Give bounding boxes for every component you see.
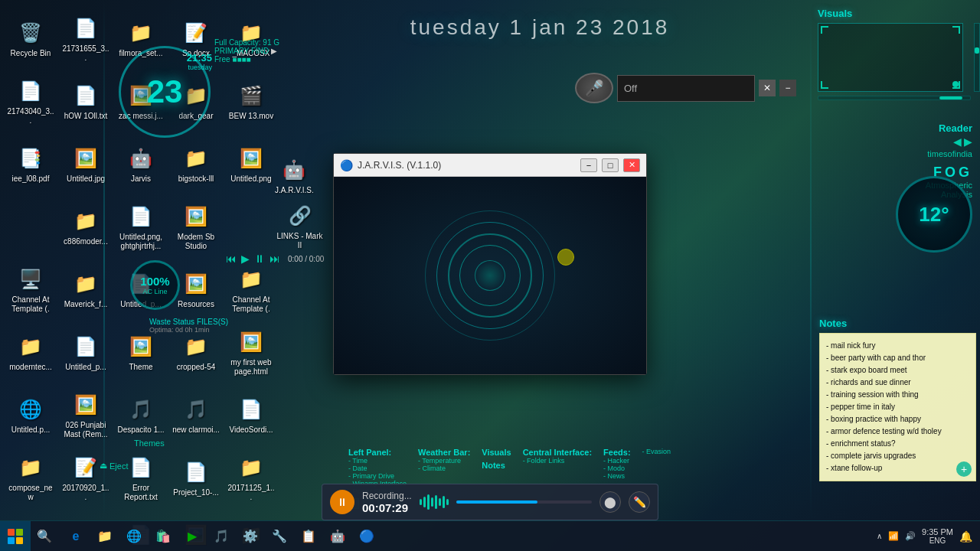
datetime-text: tuesday 1 jan 23 2018 <box>268 15 812 40</box>
icon-recycle-bin[interactable]: 🗑️ Recycle Bin <box>4 8 57 69</box>
player-pause[interactable]: ⏸ <box>254 253 265 265</box>
recording-progress-fill <box>456 500 537 504</box>
icon-channel-at2[interactable]: 📁 moderntec... <box>4 321 57 383</box>
jarvis-titlebar[interactable]: 🔵 J.A.R.V.I.S. (V.1.1.0) − □ ✕ <box>334 154 646 177</box>
jarvis-body <box>334 177 646 374</box>
power-pct: 100% <box>140 275 169 288</box>
icon-project10[interactable]: 📁 20171125_1... <box>224 447 278 508</box>
icon-despacito[interactable]: 🎵 new clarmoi... <box>169 384 223 445</box>
taskbar-ie[interactable]: 🌐 <box>120 523 148 550</box>
free-label: Free ■■■■ <box>214 55 279 64</box>
datetime-overlay: tuesday 1 jan 23 2018 <box>268 15 812 40</box>
icon-new-clarm[interactable]: 📄 VideoSordi... <box>224 384 278 445</box>
visuals-info-title: Visuals <box>482 448 511 457</box>
temperature-widget: 12° <box>896 176 972 253</box>
jarvis-window-title: J.A.R.V.I.S. (V.1.1.0) <box>358 160 576 171</box>
jarvis-minimize-button[interactable]: − <box>580 158 597 172</box>
taskbar-winamp[interactable]: 🎵 <box>207 523 235 550</box>
links-markii-icon[interactable]: 🔗 LINKS - Mark II <box>272 199 328 253</box>
voice-status: Off <box>624 83 637 94</box>
temperature-value: 12° <box>919 203 949 227</box>
voice-minimize-button[interactable]: − <box>779 80 796 96</box>
voice-close-button[interactable]: ✕ <box>759 80 776 96</box>
player-next[interactable]: ⏭ <box>270 253 280 265</box>
icon-videosordi[interactable]: 📁 compose_new <box>4 447 57 508</box>
taskbar-circle-app[interactable]: 🔵 <box>353 523 381 550</box>
taskbar-store[interactable]: 🛍️ <box>149 523 177 550</box>
reader-section: Reader ◀ ▶ timesofindia <box>923 119 976 162</box>
icon-c886modern[interactable]: 📄 Untitled.png, ghtghjrtrhj... <box>114 196 168 257</box>
visuals-hslider[interactable] <box>818 96 971 100</box>
taskbar-time: 9:35 PM <box>922 527 953 536</box>
icon-untitled-ghtj[interactable]: 🖼️ Modem Sb Studio <box>169 196 223 257</box>
reader-right-arrow[interactable]: ▶ <box>964 135 972 148</box>
jarvis-close-button[interactable]: ✕ <box>623 158 640 172</box>
icon-error-report[interactable]: 📄 Project_10-... <box>169 447 223 508</box>
recording-progress-bar[interactable] <box>456 500 592 504</box>
taskbar-notification-icon[interactable]: 🔔 <box>959 530 972 543</box>
icon-jarvis[interactable]: 🤖 Jarvis <box>114 133 168 194</box>
taskbar-search-button[interactable]: 🔍 <box>31 523 58 550</box>
reader-title: Reader <box>927 122 972 134</box>
taskbar-clock: 9:35 PM ENG <box>922 527 953 545</box>
taskbar-explorer[interactable]: 📁 <box>91 523 119 550</box>
taskbar-tool[interactable]: 🔧 <box>266 523 293 550</box>
themes-label: Themes <box>134 439 165 448</box>
start-button[interactable] <box>0 521 31 552</box>
player-play[interactable]: ▶ <box>241 253 250 265</box>
hud-time: 21:35 <box>187 52 212 64</box>
taskbar-media-player[interactable]: ▶ <box>178 523 206 550</box>
icon-modern-sb[interactable]: 🖥️ Channel At Template (. <box>4 259 57 320</box>
icon-untitled-png1[interactable]: 🖼️ Untitled.png <box>224 133 278 194</box>
microphone-button[interactable]: 🎤 <box>575 73 613 103</box>
taskbar-settings[interactable]: ⚙️ <box>237 523 264 550</box>
recording-camera-button[interactable]: ⬤ <box>599 491 621 513</box>
central-title: Central Interface: <box>523 448 592 457</box>
visuals-title: Visuals <box>818 8 974 19</box>
player-prev[interactable]: ⏮ <box>226 253 237 265</box>
taskbar-volume-icon[interactable]: 🔊 <box>905 531 916 541</box>
cursor-indicator <box>557 249 574 266</box>
jarvis-window: 🔵 J.A.R.V.I.S. (V.1.1.0) − □ ✕ <box>333 153 647 375</box>
jarvis-desktop-icon[interactable]: 🤖 J.A.R.V.I.S. <box>272 153 317 198</box>
taskbar-show-hidden[interactable]: ∧ <box>877 532 882 540</box>
visuals-section: Visuals <box>812 4 980 104</box>
icon-resources[interactable]: 📁 Channel At Template (. <box>224 259 278 320</box>
icon-bew-mov[interactable]: 🎬 BEW 13.mov <box>224 70 278 132</box>
feeds-title: Feeds: <box>603 448 630 457</box>
taskbar-edge[interactable]: e <box>62 523 90 550</box>
hud-day: tuesday <box>187 64 212 71</box>
notes-title: Notes <box>819 318 976 329</box>
icon-ieee-pdf[interactable]: 📑 iee_l08.pdf <box>4 133 57 194</box>
teal-divider-left <box>103 0 105 520</box>
recording-pause-button[interactable]: ⏸ <box>330 490 354 514</box>
desktop: tuesday 1 jan 23 2018 🗑️ Recycle Bin 📄 2… <box>0 0 980 551</box>
windows-logo <box>8 529 23 544</box>
taskbar-tray: ∧ 📶 🔊 9:35 PM ENG 🔔 <box>869 527 980 545</box>
icon-21743040[interactable]: 📄 21743040_3... <box>4 70 57 132</box>
icon-cropped54[interactable]: 🖼️ my first web page.html <box>224 321 278 383</box>
icon-026-punjabi[interactable]: 🎵 Despacito 1... <box>114 384 168 445</box>
weather-bar-title: Weather Bar: <box>418 448 470 457</box>
voice-input-box[interactable]: Off <box>617 75 755 102</box>
visuals-scrollbar[interactable] <box>974 23 980 92</box>
recording-time: 00:07:29 <box>362 501 412 514</box>
right-panel: Visuals Reader <box>812 0 980 551</box>
voice-control-widget[interactable]: 🎤 Off ✕ − <box>575 73 796 103</box>
taskbar-jarvis-app[interactable]: 🤖 <box>324 523 351 550</box>
recording-edit-button[interactable]: ✏️ <box>629 491 650 513</box>
notes-section: Notes - mail nick fury - beer party with… <box>819 318 976 481</box>
icon-bigstock[interactable]: 📁 bigstock-lll <box>169 133 223 194</box>
ac-line: AC Line <box>142 288 167 295</box>
icon-20170920[interactable]: 📄 Error Report.txt <box>114 447 168 508</box>
taskbar-notes[interactable]: 📋 <box>295 523 322 550</box>
visuals-scrollbar-handle[interactable] <box>975 47 979 54</box>
taskbar-items: e 📁 🌐 🛍️ ▶ 🎵 ⚙️ 🔧 📋 🤖 🔵 <box>58 521 869 551</box>
power-gauge: 100% AC Line <box>130 260 180 310</box>
icon-myfirstweb[interactable]: 🌐 Untitled.p... <box>4 384 57 445</box>
player-controls[interactable]: ⏮ ▶ ⏸ ⏭ 0:00 / 0:00 <box>226 253 324 265</box>
waste-status: Waste Status FILES(S) Optima: 0d 0h 1min <box>149 318 228 334</box>
jarvis-restore-button[interactable]: □ <box>602 158 619 172</box>
reader-left-arrow[interactable]: ◀ <box>953 135 962 148</box>
notes-add-button[interactable]: + <box>956 461 972 477</box>
